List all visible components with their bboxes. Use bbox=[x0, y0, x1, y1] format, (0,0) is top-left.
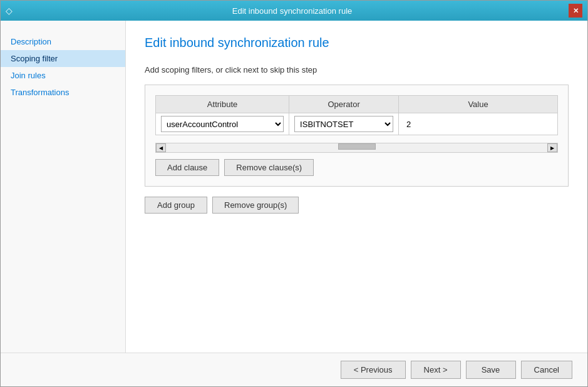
operator-cell: ISBITNOTSET bbox=[289, 113, 399, 135]
main-content: Edit inbound synchronization rule Add sc… bbox=[126, 21, 587, 353]
previous-button[interactable]: < Previous bbox=[341, 361, 406, 379]
close-button[interactable]: ✕ bbox=[569, 4, 582, 18]
window-controls: ✕ bbox=[569, 4, 582, 18]
scroll-right-btn[interactable]: ▶ bbox=[547, 143, 557, 152]
title-bar: ◇ Edit inbound synchronization rule ✕ bbox=[1, 1, 587, 21]
scroll-left-btn[interactable]: ◀ bbox=[156, 143, 166, 152]
horizontal-scrollbar[interactable]: ◀ ▶ bbox=[155, 143, 558, 153]
remove-clause-button[interactable]: Remove clause(s) bbox=[224, 159, 314, 176]
scroll-thumb[interactable] bbox=[338, 143, 376, 150]
col-attribute: Attribute bbox=[156, 96, 289, 113]
value-input[interactable] bbox=[404, 118, 552, 130]
footer: < Previous Next > Save Cancel bbox=[1, 353, 587, 386]
sidebar-item-scoping-filter[interactable]: Scoping filter bbox=[1, 50, 125, 67]
next-button[interactable]: Next > bbox=[411, 361, 461, 379]
sidebar: Description Scoping filter Join rules Tr… bbox=[1, 21, 126, 353]
sidebar-item-join-rules[interactable]: Join rules bbox=[1, 67, 125, 84]
window-title: Edit inbound synchronization rule bbox=[16, 6, 569, 16]
sidebar-item-transformations[interactable]: Transformations bbox=[1, 84, 125, 101]
window-icon: ◇ bbox=[6, 6, 16, 16]
instruction-text: Add scoping filters, or click next to sk… bbox=[145, 65, 569, 75]
value-cell bbox=[399, 113, 558, 135]
filter-group-box: Attribute Operator Value userAccountCont… bbox=[145, 85, 569, 187]
col-value: Value bbox=[399, 96, 558, 113]
add-clause-button[interactable]: Add clause bbox=[155, 159, 219, 176]
remove-group-button[interactable]: Remove group(s) bbox=[212, 197, 299, 214]
save-button[interactable]: Save bbox=[466, 361, 516, 379]
add-group-button[interactable]: Add group bbox=[145, 197, 207, 214]
scroll-track[interactable] bbox=[166, 143, 547, 152]
filter-table: Attribute Operator Value userAccountCont… bbox=[155, 95, 558, 135]
col-operator: Operator bbox=[289, 96, 399, 113]
clause-buttons: Add clause Remove clause(s) bbox=[155, 159, 558, 176]
content-area: Description Scoping filter Join rules Tr… bbox=[1, 21, 587, 353]
page-title: Edit inbound synchronization rule bbox=[145, 36, 569, 50]
attribute-select[interactable]: userAccountControl bbox=[161, 116, 284, 132]
cancel-button[interactable]: Cancel bbox=[521, 361, 572, 379]
group-buttons: Add group Remove group(s) bbox=[145, 197, 569, 214]
main-window: ◇ Edit inbound synchronization rule ✕ De… bbox=[0, 0, 588, 387]
attribute-cell: userAccountControl bbox=[156, 113, 289, 135]
sidebar-item-description[interactable]: Description bbox=[1, 33, 125, 50]
operator-select[interactable]: ISBITNOTSET bbox=[294, 116, 393, 132]
table-row: userAccountControl ISBITNOTSET bbox=[156, 113, 558, 135]
